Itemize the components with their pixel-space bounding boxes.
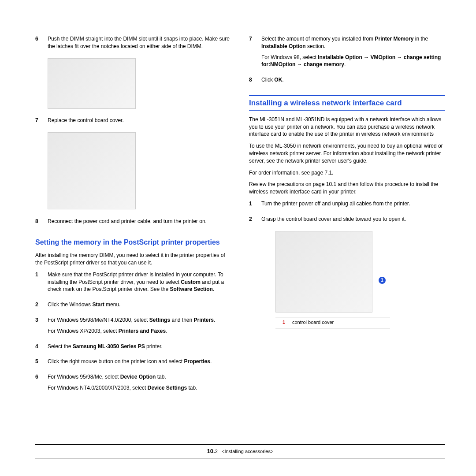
step-number: 4 xyxy=(35,343,48,354)
printer-open-illustration xyxy=(275,231,372,312)
intro-paragraph: After installing the memory DIMM, you ne… xyxy=(35,252,231,267)
step-8: 8 Reconnect the power cord and printer c… xyxy=(35,218,231,229)
ps-step-6: 6 For Windows 95/98/Me, select Device Op… xyxy=(35,373,231,395)
chapter-number: 10. xyxy=(207,448,215,454)
left-column: 6 Push the DIMM straight into the DIMM s… xyxy=(35,35,231,400)
printer-illustration xyxy=(48,132,136,209)
step-text: Replace the control board cover. xyxy=(48,117,231,124)
callout-bubble-icon: 1 xyxy=(379,277,386,284)
step-6: 6 Push the DIMM straight into the DIMM s… xyxy=(35,35,231,54)
wl-step-2: 2 Grasp the control board cover and slid… xyxy=(249,216,445,227)
paragraph: For order information, see page 7.1. xyxy=(249,169,445,177)
step-number: 2 xyxy=(35,301,48,312)
step-text: Click the Windows Start menu. xyxy=(48,301,231,309)
ps-step-1: 1 Make sure that the PostScript printer … xyxy=(35,271,231,297)
step-text: For Windows 95/98/Me, select Device Opti… xyxy=(48,373,231,381)
page-footer: 10.2 <Installing accessories> xyxy=(35,444,445,458)
dimm-illustration xyxy=(48,58,136,109)
paragraph: To use the ML-3050 in network environmen… xyxy=(249,142,445,164)
table-row: 1 control board cover xyxy=(275,317,390,328)
figure-dimm-insert xyxy=(48,58,231,111)
step-text: Push the DIMM straight into the DIMM slo… xyxy=(48,35,231,50)
ps-step-4: 4 Select the Samsung ML-3050 Series PS p… xyxy=(35,343,231,354)
figure-cover-replace xyxy=(48,132,231,212)
heading-wireless-card: Installing a wireless network interface … xyxy=(249,95,445,111)
step-text-alt: For Windows NT4.0/2000/XP/2003, select D… xyxy=(48,384,231,392)
step-number: 8 xyxy=(249,76,261,87)
arrow-icon: → xyxy=(364,54,369,61)
step-text: Click the right mouse button on the prin… xyxy=(48,358,231,365)
step-number: 3 xyxy=(35,316,48,338)
step-text-alt: For Windows 98, select Installable Optio… xyxy=(261,54,445,69)
right-column: 7 Select the amount of memory you instal… xyxy=(249,35,445,400)
page-number: 2 xyxy=(215,449,218,454)
heading-postscript-memory: Setting the memory in the PostScript pri… xyxy=(35,238,231,247)
callout-number: 1 xyxy=(275,317,289,328)
step-text: Select the amount of memory you installe… xyxy=(261,35,445,50)
step-number: 5 xyxy=(35,358,48,369)
callout-table: 1 control board cover xyxy=(275,317,390,328)
step-text: Turn the printer power off and unplug al… xyxy=(261,200,445,208)
step-7: 7 Replace the control board cover. xyxy=(35,117,231,128)
step-number: 7 xyxy=(35,117,48,128)
arrow-icon: → xyxy=(297,61,302,68)
step-number: 6 xyxy=(35,373,48,395)
step-number: 7 xyxy=(249,35,261,72)
step-number: 2 xyxy=(249,216,261,227)
step-number: 1 xyxy=(249,200,261,211)
step-number: 6 xyxy=(35,35,48,54)
ps-step-3: 3 For Windows 95/98/Me/NT4.0/2000, selec… xyxy=(35,316,231,338)
figure-cover-open: 1 1 control board cover xyxy=(275,231,445,328)
step-text: Click OK. xyxy=(261,76,445,84)
paragraph: The ML-3051N and ML-3051ND is equipped w… xyxy=(249,116,445,138)
ps-step-7: 7 Select the amount of memory you instal… xyxy=(249,35,445,72)
step-text: For Windows 95/98/Me/NT4.0/2000, select … xyxy=(48,316,231,324)
step-text: Grasp the control board cover and slide … xyxy=(261,216,445,223)
step-text: Reconnect the power cord and printer cab… xyxy=(48,218,231,225)
step-text-alt: For Windows XP/2003, select Printers and… xyxy=(48,327,231,335)
wl-step-1: 1 Turn the printer power off and unplug … xyxy=(249,200,445,211)
arrow-icon: → xyxy=(397,54,402,61)
step-text: Make sure that the PostScript printer dr… xyxy=(48,271,231,293)
step-text: Select the Samsung ML-3050 Series PS pri… xyxy=(48,343,231,350)
ps-step-2: 2 Click the Windows Start menu. xyxy=(35,301,231,312)
callout-label: control board cover xyxy=(289,317,390,328)
step-number: 1 xyxy=(35,271,48,297)
paragraph: Review the precautions on page 10.1 and … xyxy=(249,181,445,196)
step-number: 8 xyxy=(35,218,48,229)
footer-title: <Installing accessories> xyxy=(222,449,273,454)
ps-step-8: 8 Click OK. xyxy=(249,76,445,87)
ps-step-5: 5 Click the right mouse button on the pr… xyxy=(35,358,231,369)
